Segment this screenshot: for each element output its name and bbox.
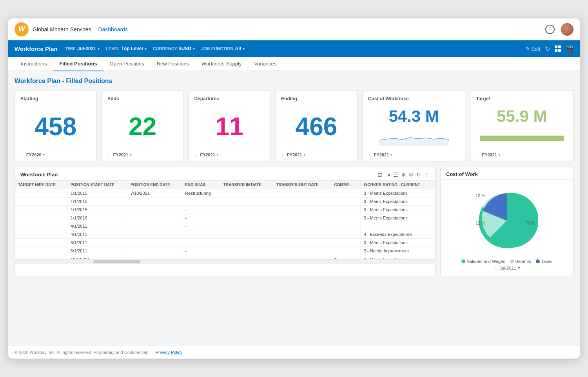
col-transfer-in[interactable]: TRANSFER-IN DATE (220, 181, 273, 189)
copy-icon[interactable]: ⧉ (409, 171, 413, 178)
tab-workforce-supply[interactable]: Workforce Supply (195, 57, 248, 71)
table-cell: - (182, 255, 220, 259)
table-cell: 3 - Meets Expectations (360, 255, 435, 259)
table-cell (273, 198, 331, 206)
table-cell: 1/1/2015 (67, 189, 127, 198)
starting-chevron: ▾ (43, 153, 45, 157)
starting-arrow: ← (20, 152, 25, 157)
starting-year: FY2020 (26, 152, 42, 157)
privacy-policy-link[interactable]: Privacy Policy (156, 350, 182, 355)
kpi-departures: Departures 11 ← FY2021 ▾ (188, 90, 270, 161)
time-chevron: ▾ (98, 47, 100, 51)
green-bar-area (476, 127, 568, 149)
tab-filled-positions[interactable]: Filled Positions (53, 57, 103, 71)
grid-cell-3 (555, 49, 557, 52)
col-comment[interactable]: COMME... (331, 181, 360, 189)
col-transfer-out[interactable]: TRANSFER-OUT DATE (273, 181, 331, 189)
table-cell: 3 - Meets Expectations (360, 198, 435, 206)
table-cell: 3 - Meets Expectations (360, 206, 435, 214)
footer-bar: © 2020 Workday, Inc. All rights reserved… (8, 346, 580, 359)
top-nav-right: ? (545, 23, 573, 36)
pie-header: Cost of Work (441, 167, 573, 180)
camera-icon[interactable]: 🎬 (566, 45, 573, 53)
target-bar (480, 136, 564, 141)
pie-label-12a: 12 % (475, 193, 485, 198)
grid-view-icon[interactable] (555, 45, 561, 52)
freeze-icon[interactable]: ❄ (401, 172, 406, 178)
col-hire-date[interactable]: TARGET HIRE DATE (15, 181, 67, 189)
legend-salaries: Salaries and Wages (461, 259, 505, 264)
kpi-cost-value: 54.3 M (368, 107, 460, 126)
table-cell (331, 214, 360, 222)
filter-icon[interactable]: ⊟ (377, 172, 382, 178)
currency-label: CURRENCY (153, 46, 177, 51)
col-end-reason[interactable]: END REAS... (182, 181, 220, 189)
table-cell (331, 189, 360, 198)
col-end-date[interactable]: POSITION END DATE (127, 181, 181, 189)
table-cell: 1/1/2016 (67, 214, 127, 222)
table-cell (331, 239, 360, 247)
main-content: Workforce Plan - Filled Positions Starti… (8, 71, 580, 346)
level-value: Top Level (122, 46, 143, 51)
kpi-target-label: Target (476, 96, 568, 102)
grid-cell-1 (555, 45, 557, 48)
table-cell (220, 189, 273, 198)
table-cell: - (182, 239, 220, 247)
pie-footer: ← Jul-2021 ▾ (494, 265, 520, 270)
time-filter[interactable]: TIME Jul-2021 ▾ (65, 46, 100, 51)
legend-dot-benefits (510, 259, 514, 263)
table-cell: - (182, 222, 220, 230)
kpi-starting-value: 458 (20, 104, 91, 149)
table-cell (15, 198, 67, 206)
tab-instructions[interactable]: Instructions (15, 57, 53, 71)
currency-filter[interactable]: CURRENCY $USD ▾ (153, 46, 195, 51)
dashboards-link[interactable]: Dashboards (98, 26, 128, 33)
time-value: Jul-2021 (77, 46, 96, 51)
table-header: Workforce Plan ⊟ ⇥ ☰ ❄ ⧉ ↻ ⋮ (15, 167, 435, 181)
scroll-thumb[interactable] (93, 260, 140, 263)
col-start-date[interactable]: POSITION START DATE (67, 181, 127, 189)
table-cell (15, 214, 67, 222)
target-chevron: ▾ (499, 153, 501, 157)
jobfunction-value: All (235, 46, 241, 51)
table-cell: 6/1/2011 (67, 239, 127, 247)
jobfunction-filter[interactable]: JOB FUNCTION All ▾ (201, 46, 245, 51)
sparkline-chart (379, 130, 449, 146)
pie-label-12b: 12 % (475, 221, 485, 225)
jobfunction-chevron: ▾ (243, 47, 245, 51)
page-title: Workforce Plan - Filled Positions (15, 78, 573, 85)
tab-variances[interactable]: Variances (248, 57, 283, 71)
table-cell (331, 198, 360, 206)
legend-taxes: Taxes (536, 259, 553, 264)
tab-new-positions[interactable]: New Positions (151, 57, 195, 71)
table-header-row: TARGET HIRE DATE POSITION START DATE POS… (15, 181, 435, 189)
legend-label-benefits: Benefits (515, 259, 531, 264)
refresh-icon[interactable]: ↻ (545, 45, 550, 53)
table-cell (15, 206, 67, 214)
horizontal-scrollbar[interactable] (15, 259, 435, 264)
table-cell (127, 230, 181, 239)
ending-year: FY2021 (287, 152, 302, 157)
level-filter[interactable]: LEVEL Top Level ▾ (106, 46, 147, 51)
refresh-table-icon[interactable]: ↻ (416, 172, 421, 178)
table-cell (220, 206, 273, 214)
export-icon[interactable]: ⇥ (385, 172, 390, 178)
blue-bar: Workforce Plan TIME Jul-2021 ▾ LEVEL Top… (8, 40, 580, 57)
table-cell (127, 214, 181, 222)
edit-button[interactable]: ✎ Edit (526, 46, 540, 52)
more-icon[interactable]: ⋮ (424, 172, 430, 178)
col-rating[interactable]: WORKER RATING - CURRENT (360, 181, 435, 189)
cost-arrow: ← (368, 152, 372, 157)
kpi-starting: Starting 458 ← FY2020 ▾ (15, 90, 97, 161)
legend-label-salaries: Salaries and Wages (467, 259, 505, 264)
target-year: FY2021 (482, 152, 497, 157)
kpi-starting-label: Starting (20, 96, 91, 102)
columns-icon[interactable]: ☰ (393, 172, 398, 178)
help-icon[interactable]: ? (545, 25, 555, 34)
table-scroll[interactable]: TARGET HIRE DATE POSITION START DATE POS… (15, 181, 435, 259)
table-cell (273, 222, 331, 230)
tab-open-positions[interactable]: Open Positions (103, 57, 151, 71)
kpi-cost-footer: ← FY2021 ▾ (368, 152, 460, 157)
avatar[interactable] (561, 23, 573, 36)
workday-logo[interactable]: W (15, 22, 29, 36)
